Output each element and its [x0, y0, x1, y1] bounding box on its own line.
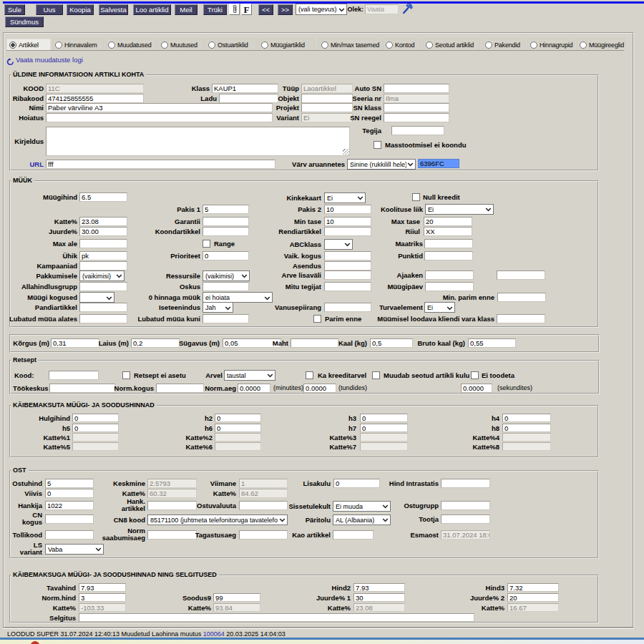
minutites-input[interactable]: 0.0000: [303, 384, 336, 393]
tab-muudatused-radio[interactable]: [108, 42, 115, 49]
tab-hinnavalem-radio[interactable]: [55, 42, 62, 49]
footer-change-link[interactable]: 100064: [203, 630, 225, 638]
katte8-input[interactable]: [502, 442, 551, 451]
tab-müügireeglid-radio[interactable]: [580, 42, 587, 49]
tab-müügiartiklid[interactable]: Müügiartiklid: [258, 39, 315, 50]
muudab-kulu-checkbox[interactable]: [372, 371, 380, 379]
esmaost-input[interactable]: 31.07.2024 18:08: [441, 530, 490, 540]
arvel-select-value: taustal: [227, 371, 266, 380]
tab-müügireeglid[interactable]: Müügireeglid: [577, 39, 625, 50]
tab-seotud-artiklid-radio[interactable]: [426, 42, 433, 49]
tab-muutused[interactable]: Muutused: [158, 39, 204, 50]
sundmus-button[interactable]: Sündmus: [5, 16, 44, 27]
tab-artikkel-radio[interactable]: [9, 42, 16, 49]
juurde2-input[interactable]: 20: [507, 593, 559, 602]
riiul-input[interactable]: XX: [424, 227, 472, 236]
hind3-input[interactable]: 7.32: [507, 583, 559, 592]
ka-kreeditarvel-checkbox[interactable]: [306, 371, 313, 379]
koolituse_liik-select[interactable]: Ei: [425, 204, 494, 215]
varv-color-input[interactable]: 6396FC: [418, 159, 459, 168]
tab-hinnagrupid-radio[interactable]: [530, 42, 537, 49]
tab-pakendid[interactable]: Pakendid: [482, 39, 525, 50]
tab-seotud-artiklid[interactable]: Seotud artiklid: [423, 39, 480, 50]
lubatud_kuni-input[interactable]: [203, 314, 249, 323]
tab-min-max-tasemed-radio[interactable]: [321, 42, 328, 49]
null-kreedit-checkbox[interactable]: [412, 193, 420, 201]
attachment-button[interactable]: [229, 4, 240, 15]
katte4-input[interactable]: [502, 433, 551, 441]
koopia-button[interactable]: Koopia: [67, 4, 94, 15]
hind_intrastatis-input[interactable]: [441, 479, 490, 488]
view-change-log-link[interactable]: Vaata muudatuste logi: [16, 56, 130, 64]
katte_t4-input[interactable]: 16.67: [507, 603, 559, 612]
status-input[interactable]: Vaata: [365, 4, 399, 14]
tab-min-max-tasemed[interactable]: Min/max tasemed: [318, 39, 381, 50]
maatriks-input[interactable]: [424, 239, 473, 248]
tab-hinnagrupid[interactable]: Hinnagrupid: [527, 39, 575, 50]
tab-artikkel[interactable]: Artikkel: [6, 39, 51, 50]
arvel-label: Arvel: [180, 371, 223, 380]
seeria_nr-input[interactable]: Ilma: [384, 94, 449, 103]
uus-button[interactable]: Uus: [36, 4, 63, 15]
myygihind-input[interactable]: 6.5: [79, 192, 127, 202]
forum-button[interactable]: F: [241, 4, 252, 15]
norm-aeg-input[interactable]: 0.0000: [238, 384, 270, 393]
tools-button[interactable]: [402, 3, 413, 14]
ls-variant-select-value: Vaba: [48, 545, 94, 554]
tab-kontod[interactable]: Kontod: [383, 39, 421, 50]
h8-input[interactable]: 0: [502, 424, 551, 432]
max_ale-input[interactable]: [79, 239, 127, 248]
katte_v-input[interactable]: 84.62: [239, 489, 288, 498]
salvesta-button[interactable]: Salvesta: [99, 4, 128, 15]
ls-variant-select[interactable]: Vaba: [45, 544, 104, 555]
max_tase-input[interactable]: 20: [424, 217, 472, 226]
punktid-input[interactable]: [424, 251, 473, 260]
tab-müügiartiklid-radio[interactable]: [261, 42, 268, 49]
ostugrupp-input[interactable]: [441, 501, 490, 510]
null_hinnaga-label: 0 hinnaga müük: [21, 293, 200, 302]
sule-button[interactable]: Sule: [4, 4, 25, 15]
tab-hinnavalem[interactable]: Hinnavalem: [52, 39, 104, 50]
sekundites-input[interactable]: 0.0000: [461, 384, 492, 393]
ei-toodeta-checkbox[interactable]: [471, 371, 479, 379]
tab-kontod-radio[interactable]: [386, 42, 393, 49]
prev-button[interactable]: <<: [258, 4, 273, 15]
tab-muutused-radio[interactable]: [161, 42, 168, 49]
masstootmisel-checkbox[interactable]: [374, 141, 381, 149]
sn_klass-input[interactable]: [384, 103, 449, 112]
null_hinnaga-select[interactable]: ei hoiata: [203, 292, 273, 303]
turvaelement-select-value: Ei: [427, 303, 446, 312]
myymisel_vara_klass-input[interactable]: [497, 314, 545, 323]
tootja-input[interactable]: [441, 514, 490, 524]
retsept-ei-asetu-checkbox[interactable]: [122, 371, 130, 379]
kampaaniad-input[interactable]: [79, 261, 127, 270]
tegija-input[interactable]: [391, 126, 444, 135]
meil-button[interactable]: Meil: [175, 4, 197, 15]
asendus-label: Asendus: [142, 261, 321, 270]
tab-ostuartiklid-radio[interactable]: [208, 42, 215, 49]
tavahind-input[interactable]: 7.93: [79, 583, 126, 592]
turvaelement-select[interactable]: Ei: [424, 302, 455, 313]
auto_sn-input[interactable]: [384, 84, 449, 93]
selgitus-input[interactable]: [79, 613, 474, 622]
tab-muudatused[interactable]: Muudatused: [105, 39, 157, 50]
myygipaev-input[interactable]: [425, 282, 474, 291]
ajaaken-input[interactable]: [425, 270, 474, 280]
kinkekaart-select[interactable]: Ei: [324, 192, 366, 203]
ajaaken2-input[interactable]: [497, 270, 545, 280]
varv-select[interactable]: Sinine (rukkilill hele): [347, 159, 416, 170]
arvel-select[interactable]: taustal: [224, 370, 275, 381]
next-button[interactable]: >>: [278, 4, 293, 15]
bruto_kaal-input[interactable]: 0,55: [468, 338, 516, 348]
retsept-kood-input[interactable]: [49, 371, 99, 380]
loo-artiklid-button[interactable]: Loo artiklid: [133, 4, 171, 15]
olek-label: Olek:: [321, 5, 364, 14]
truki-button[interactable]: Trüki: [203, 4, 227, 15]
tab-pakendid-radio[interactable]: [485, 42, 492, 49]
asendus-input[interactable]: [324, 261, 371, 270]
tab-ostuartiklid[interactable]: Ostuartiklid: [205, 39, 257, 50]
sn_reegel-input[interactable]: [384, 113, 449, 122]
h8-label: h8: [321, 424, 499, 433]
h4-input[interactable]: 0: [502, 414, 551, 422]
min_parim_enne-input[interactable]: [497, 293, 546, 302]
